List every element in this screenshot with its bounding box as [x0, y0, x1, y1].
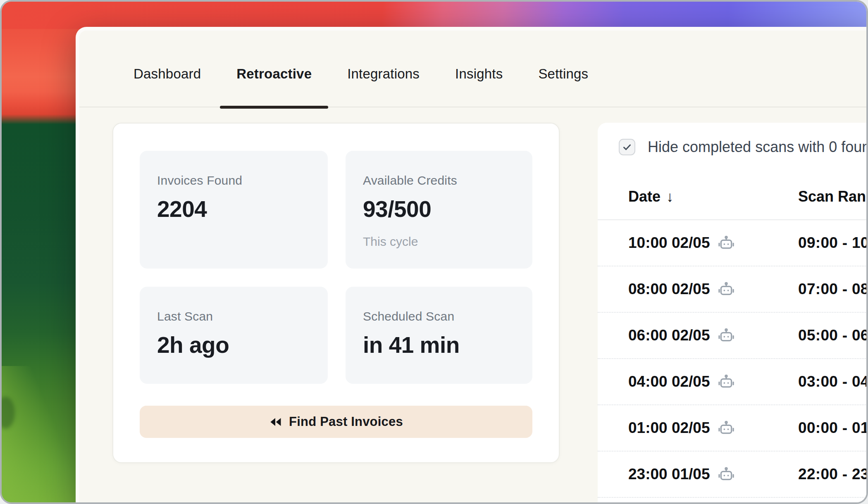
hide-completed-label[interactable]: Hide completed scans with 0 found [648, 138, 868, 156]
row-date: 04:00 02/05 [628, 373, 710, 390]
column-header-scan-range: Scan Range [798, 188, 868, 205]
column-header-date-label: Date [628, 188, 661, 205]
row-date: 10:00 02/05 [628, 234, 710, 252]
table-row[interactable]: 04:00 02/05 03:00 - 04:00 [598, 359, 868, 405]
wallpaper-top [2, 2, 866, 29]
find-past-invoices-label: Find Past Invoices [289, 414, 403, 429]
row-scan-range: 00:00 - 01:00 [798, 419, 868, 437]
column-header-scan-range-label: Scan Range [798, 188, 868, 205]
stat-subtext: This cycle [363, 235, 515, 249]
table-row[interactable]: 22:00 01/05 21:00 - 22:00 [598, 498, 868, 504]
stat-label: Available Credits [363, 174, 515, 188]
row-date-cell: 10:00 02/05 [628, 233, 798, 252]
row-scan-range: 22:00 - 23:00 [798, 466, 868, 483]
stat-label: Last Scan [157, 309, 310, 323]
tab-settings[interactable]: Settings [522, 41, 605, 107]
row-date: 06:00 02/05 [628, 327, 710, 344]
main-content: Invoices Found 2204 Available Credits 93… [79, 107, 868, 504]
find-past-invoices-button[interactable]: Find Past Invoices [140, 406, 532, 438]
stat-value: 2204 [157, 196, 310, 222]
stat-value: 2h ago [157, 332, 310, 358]
table-row[interactable]: 01:00 02/05 00:00 - 01:00 [598, 405, 868, 452]
stat-card-available-credits: Available Credits 93/500 This cycle [346, 151, 532, 269]
stat-card-last-scan: Last Scan 2h ago [140, 287, 328, 384]
row-date-cell: 04:00 02/05 [628, 372, 798, 391]
tab-insights[interactable]: Insights [439, 41, 519, 107]
row-scan-range: 09:00 - 10:00 [798, 234, 868, 252]
row-scan-range: 07:00 - 08:00 [798, 281, 868, 298]
row-scan-range: 05:00 - 06:00 [798, 327, 868, 344]
sort-descending-icon: ↓ [666, 188, 674, 205]
table-row[interactable]: 10:00 02/05 09:00 - 10:00 [598, 220, 868, 266]
table-header: Date ↓ Scan Range [598, 188, 868, 205]
table-row[interactable]: 08:00 02/05 07:00 - 08:00 [598, 266, 868, 313]
tab-dashboard[interactable]: Dashboard [117, 41, 217, 107]
tab-retroactive[interactable]: Retroactive [220, 41, 328, 107]
stat-cards-grid: Invoices Found 2204 Available Credits 93… [140, 151, 532, 384]
table-row[interactable]: 06:00 02/05 05:00 - 06:00 [598, 313, 868, 359]
filter-row: Hide completed scans with 0 found [598, 123, 868, 156]
stat-label: Scheduled Scan [363, 309, 515, 323]
stats-panel: Invoices Found 2204 Available Credits 93… [112, 123, 560, 463]
stat-card-scheduled-scan: Scheduled Scan in 41 min [346, 287, 532, 384]
stat-card-invoices-found: Invoices Found 2204 [140, 151, 328, 269]
robot-icon [717, 280, 736, 299]
app-window: DashboardRetroactiveIntegrationsInsights… [76, 27, 868, 504]
row-date: 01:00 02/05 [628, 419, 710, 437]
row-date-cell: 06:00 02/05 [628, 326, 798, 345]
row-date-cell: 08:00 02/05 [628, 280, 798, 299]
row-date-cell: 01:00 02/05 [628, 418, 798, 437]
table-row[interactable]: 23:00 01/05 22:00 - 23:00 [598, 452, 868, 498]
tab-bar: DashboardRetroactiveIntegrationsInsights… [79, 31, 868, 107]
wallpaper-light-band [2, 366, 88, 502]
column-header-date[interactable]: Date ↓ [628, 188, 798, 205]
robot-icon [717, 465, 736, 484]
scan-history-panel: Hide completed scans with 0 found Date ↓… [598, 123, 868, 504]
tab-integrations[interactable]: Integrations [331, 41, 436, 107]
row-date: 23:00 01/05 [628, 466, 710, 483]
rewind-icon [269, 416, 282, 428]
stat-label: Invoices Found [157, 174, 310, 188]
robot-icon [717, 372, 736, 391]
screen-frame: DashboardRetroactiveIntegrationsInsights… [0, 0, 868, 504]
robot-icon [717, 233, 736, 252]
row-date: 08:00 02/05 [628, 281, 710, 298]
row-scan-range: 03:00 - 04:00 [798, 373, 868, 390]
robot-icon [717, 418, 736, 437]
robot-icon [717, 326, 736, 345]
stat-value: in 41 min [363, 332, 515, 358]
stat-value: 93/500 [363, 196, 515, 222]
hide-completed-checkbox[interactable] [619, 139, 635, 155]
checkmark-icon [622, 142, 632, 152]
table-body: 10:00 02/05 09:00 - 10:00 08:00 02/05 [598, 220, 868, 504]
row-date-cell: 23:00 01/05 [628, 465, 798, 484]
